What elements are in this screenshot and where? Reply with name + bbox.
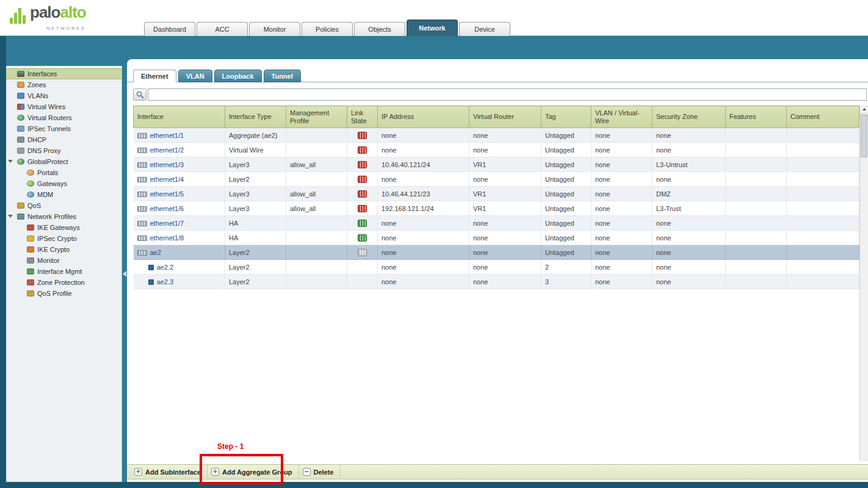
column-header-link-state[interactable]: Link State	[347, 106, 378, 128]
nav-tab-device[interactable]: Device	[459, 22, 510, 36]
sidebar-item-network-profiles[interactable]: Network Profiles	[6, 211, 121, 222]
column-header-interface[interactable]: Interface	[134, 106, 225, 128]
monitor-icon	[27, 257, 34, 264]
left-chrome-strip	[0, 36, 6, 488]
sidebar-item-interfaces[interactable]: Interfaces	[6, 68, 121, 79]
cell-features	[726, 201, 787, 216]
sidebar-item-mdm[interactable]: MDM	[6, 189, 121, 200]
column-header-vlan-virtual-wire[interactable]: VLAN / Virtual-Wire	[591, 106, 653, 128]
sidebar-item-label: Portals	[37, 169, 58, 176]
nav-tab-policies[interactable]: Policies	[302, 22, 353, 36]
ipsec-crypto-icon	[27, 235, 34, 242]
table-row-ethernet1-6[interactable]: ethernet1/6Layer3allow_all192.168.121.1/…	[134, 201, 859, 216]
search-button[interactable]	[133, 88, 146, 101]
sidebar-item-vlans[interactable]: VLANs	[6, 90, 121, 101]
subtab-vlan[interactable]: VLAN	[178, 70, 212, 82]
tree-expander-icon[interactable]	[8, 160, 13, 163]
cell-zone: none	[653, 274, 726, 289]
sidebar-item-ike-crypto[interactable]: IKE Crypto	[6, 244, 121, 255]
cell-type: Layer3	[225, 157, 286, 172]
logo-text: paloalto NETWORKS	[30, 4, 86, 37]
table-row-ethernet1-7[interactable]: ethernet1/7HAnonenoneUntaggednonenone	[134, 216, 859, 231]
sidebar-item-dns-proxy[interactable]: DNS Proxy	[6, 145, 121, 156]
table-scrollbar[interactable]	[859, 106, 868, 461]
tree-expander-icon[interactable]	[8, 215, 13, 218]
link-state-cell	[347, 216, 378, 231]
cell-comment	[787, 172, 859, 187]
content-panel: EthernetVLANLoopbackTunnel InterfaceInte…	[127, 59, 868, 482]
column-header-features[interactable]: Features	[726, 106, 787, 128]
subtab-loopback[interactable]: Loopback	[214, 70, 262, 82]
logo-word-alto: alto	[60, 3, 85, 21]
subtab-tunnel[interactable]: Tunnel	[264, 70, 301, 82]
column-header-comment[interactable]: Comment	[787, 106, 859, 128]
sidebar-item-qos-profile[interactable]: QoS Profile	[6, 288, 121, 299]
column-header-virtual-router[interactable]: Virtual Router	[469, 106, 541, 128]
sidebar-item-qos[interactable]: QoS	[6, 200, 121, 211]
sidebar-collapse-arrow-icon[interactable]	[123, 271, 126, 277]
sidebar-item-virtual-routers[interactable]: Virtual Routers	[6, 112, 121, 123]
nav-tab-objects[interactable]: Objects	[354, 22, 405, 36]
search-input[interactable]	[148, 88, 867, 101]
sidebar-item-label: IKE Gateways	[37, 224, 80, 231]
table-row-ethernet1-8[interactable]: ethernet1/8HAnonenoneUntaggednonenone	[134, 231, 859, 245]
column-header-ip-address[interactable]: IP Address	[378, 106, 469, 128]
table-row-ae2[interactable]: ae2Layer2nonenoneUntaggednonenone	[134, 245, 859, 260]
cell-tag: Untagged	[541, 157, 591, 172]
sidebar-item-globalprotect[interactable]: GlobalProtect	[6, 156, 121, 167]
sidebar-item-zone-protection[interactable]: Zone Protection	[6, 277, 121, 288]
sidebar-item-dhcp[interactable]: DHCP	[6, 134, 121, 145]
table-header-row: InterfaceInterface TypeManagement Profil…	[134, 106, 859, 128]
column-header-management-profile[interactable]: Management Profile	[286, 106, 347, 128]
step-annotation-label: Step - 1	[217, 442, 244, 451]
sidebar-item-monitor[interactable]: Monitor	[6, 255, 121, 266]
nav-tab-monitor[interactable]: Monitor	[249, 22, 300, 36]
cell-mgmt	[286, 231, 347, 245]
table-row-ethernet1-5[interactable]: ethernet1/5Layer3allow_all10.46.44.121/2…	[134, 187, 859, 201]
column-header-interface-type[interactable]: Interface Type	[225, 106, 286, 128]
sidebar-item-portals[interactable]: Portals	[6, 167, 121, 178]
column-header-security-zone[interactable]: Security Zone	[653, 106, 726, 128]
table-row-ethernet1-1[interactable]: ethernet1/1Aggregate (ae2)nonenoneUntagg…	[134, 128, 859, 143]
cell-ip: none	[378, 216, 469, 231]
table-row-ethernet1-2[interactable]: ethernet1/2Virtual WirenonenoneUntaggedn…	[134, 143, 859, 157]
link-state-cell	[347, 157, 378, 172]
link-state-cell	[347, 274, 378, 289]
table-row-ae2-2[interactable]: ae2.2Layer2nonenone2nonenone	[134, 260, 859, 274]
cell-zone: none	[653, 216, 726, 231]
sidebar-item-label: Virtual Routers	[27, 114, 72, 121]
nav-tab-dashboard[interactable]: Dashboard	[144, 22, 195, 36]
sidebar-tree: InterfacesZonesVLANsVirtual WiresVirtual…	[6, 66, 121, 299]
table-row-ae2-3[interactable]: ae2.3Layer2nonenone3nonenone	[134, 274, 859, 289]
interface-subtabs: EthernetVLANLoopbackTunnel	[127, 59, 868, 82]
cell-vlan: none	[591, 172, 653, 187]
sidebar-item-gateways[interactable]: Gateways	[6, 178, 121, 189]
column-header-tag[interactable]: Tag	[541, 106, 591, 128]
sidebar-item-ipsec-crypto[interactable]: IPSec Crypto	[6, 233, 121, 244]
add-aggregate-group-button[interactable]: +Add Aggregate Group	[208, 464, 298, 479]
sidebar-item-label: QoS Profile	[37, 290, 71, 297]
table-row-ethernet1-3[interactable]: ethernet1/3Layer3allow_all10.46.40.121/2…	[134, 157, 859, 172]
add-subinterface-button[interactable]: +Add Subinterface	[131, 464, 208, 479]
sidebar-item-ipsec-tunnels[interactable]: IPSec Tunnels	[6, 123, 121, 134]
sidebar-item-virtual-wires[interactable]: Virtual Wires	[6, 101, 121, 112]
nav-tab-acc[interactable]: ACC	[197, 22, 248, 36]
cell-features	[726, 187, 787, 201]
cell-comment	[787, 201, 859, 216]
subtab-ethernet[interactable]: Ethernet	[133, 70, 176, 82]
table-row-ethernet1-4[interactable]: ethernet1/4Layer2nonenoneUntaggednonenon…	[134, 172, 859, 187]
interface-name: ae2.2	[157, 264, 174, 271]
cell-mgmt: allow_all	[286, 187, 347, 201]
delete-button[interactable]: −Delete	[299, 464, 341, 479]
interface-name: ethernet1/7	[150, 220, 184, 227]
nav-tab-network[interactable]: Network	[407, 20, 458, 36]
cell-ip: none	[378, 128, 469, 143]
scrollbar-thumb[interactable]	[861, 115, 867, 157]
cell-features	[726, 143, 787, 157]
sidebar-item-label: Zones	[27, 81, 46, 88]
sidebar-item-zones[interactable]: Zones	[6, 79, 121, 90]
sidebar-item-ike-gateways[interactable]: IKE Gateways	[6, 222, 121, 233]
interface-cell: ethernet1/2	[134, 143, 225, 157]
sidebar-item-interface-mgmt[interactable]: Interface Mgmt	[6, 266, 121, 277]
subinterface-icon	[148, 279, 154, 285]
